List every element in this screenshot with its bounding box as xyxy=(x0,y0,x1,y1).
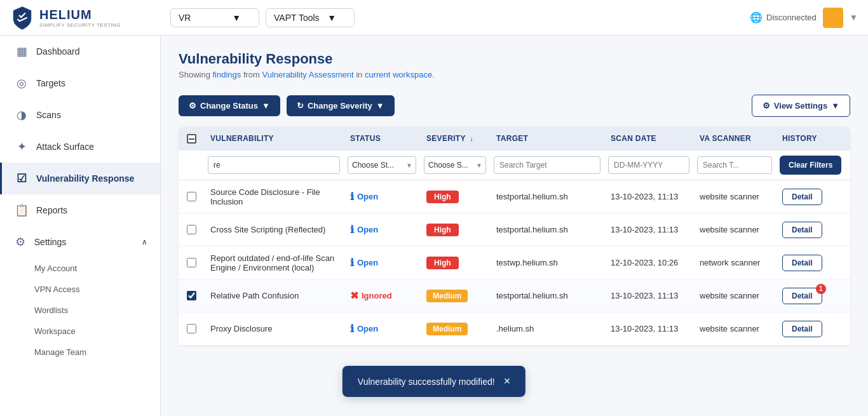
row-1-status-icon: ℹ xyxy=(350,191,354,203)
table-row: Source Code Disclosure - File Inclusion … xyxy=(179,180,850,213)
row-5-checkbox[interactable] xyxy=(187,324,196,333)
row-3-checkbox[interactable] xyxy=(187,258,196,267)
workspace-chevron-icon: ▼ xyxy=(232,13,241,23)
sidebar-item-attack-surface[interactable]: ✦ Attack Surface xyxy=(0,131,160,163)
filter-target-input[interactable] xyxy=(494,156,600,174)
row-4-history: Detail 1 xyxy=(776,281,839,311)
table-header: Vulnerability Status Severity ↓ Target S… xyxy=(179,127,850,151)
filter-scanner-input[interactable] xyxy=(697,156,772,174)
sidebar-item-attack-surface-label: Attack Surface xyxy=(36,142,94,152)
row-3-detail-button[interactable]: Detail xyxy=(782,255,822,271)
th-scan-date: Scan Date xyxy=(604,127,693,151)
sidebar-item-dashboard[interactable]: ▦ Dashboard xyxy=(0,36,160,67)
main-content: Vulnerability Response Showing findings … xyxy=(161,36,868,416)
sidebar-item-dashboard-label: Dashboard xyxy=(36,46,80,57)
sidebar-item-scans[interactable]: ◑ Scans xyxy=(0,99,160,131)
row-2-scanner: website scanner xyxy=(693,218,776,241)
severity-sort-icon: ↓ xyxy=(470,135,473,142)
row-1-severity-badge: High xyxy=(426,191,459,203)
filter-vulnerability-input[interactable] xyxy=(208,156,340,174)
row-1-detail-button[interactable]: Detail xyxy=(782,189,822,205)
view-settings-button[interactable]: ⚙ View Settings ▼ xyxy=(752,95,850,117)
vulnerability-table: Vulnerability Status Severity ↓ Target S… xyxy=(179,127,850,346)
row-4-status-icon: ✖ xyxy=(350,290,358,302)
change-severity-button[interactable]: ↻ Change Severity ▼ xyxy=(287,95,395,116)
row-4-checkbox[interactable] xyxy=(187,291,196,300)
filter-status-wrapper: Choose St... Open Ignored Fixed ▼ xyxy=(348,156,416,174)
row-5-severity: Medium xyxy=(420,316,490,342)
row-5-detail-button[interactable]: Detail xyxy=(782,321,822,337)
row-3-scan-date: 12-10-2023, 10:26 xyxy=(604,252,693,274)
sidebar-item-targets-label: Targets xyxy=(36,78,65,88)
connection-status[interactable]: 🌐 Disconnected xyxy=(750,11,817,23)
row-4-status: ✖ Ignored xyxy=(344,283,420,308)
row-5-status-badge: ℹ Open xyxy=(350,323,414,335)
sidebar-sub-my-account[interactable]: My Account xyxy=(34,258,160,279)
user-chevron-button[interactable]: ▼ xyxy=(850,13,858,22)
tools-selector[interactable]: VAPT Tools ▼ xyxy=(266,8,355,27)
filter-status-select[interactable]: Choose St... Open Ignored Fixed xyxy=(348,156,416,174)
row-4-history-count-badge: 1 xyxy=(816,284,826,294)
topbar: HELIUM SIMPLIFY SECURITY TESTING VR ▼ VA… xyxy=(0,0,868,36)
th-va-scanner: VA Scanner xyxy=(693,127,776,151)
logo-name: HELIUM xyxy=(39,8,121,22)
filter-severity-select[interactable]: Choose S... High Medium Low xyxy=(424,156,486,174)
settings-header: Settings ∧ xyxy=(34,237,147,247)
va-link[interactable]: Vulnerability Assessment xyxy=(262,70,354,79)
sidebar-sub-vpn-access[interactable]: VPN Access xyxy=(34,279,160,300)
sidebar-settings-sub: My Account VPN Access Wordlists Workspac… xyxy=(0,258,160,363)
logo-shield-icon xyxy=(10,6,34,30)
clear-filters-button[interactable]: Clear Filters xyxy=(780,156,841,175)
master-checkbox[interactable] xyxy=(187,134,196,144)
row-2-checkbox[interactable] xyxy=(187,225,196,234)
workspace-link[interactable]: current workspace xyxy=(365,70,432,79)
row-4-checkbox-cell xyxy=(179,285,204,307)
sidebar-item-vulnerability-response[interactable]: ☑ Vulnerability Response xyxy=(0,163,160,194)
filter-severity-cell: Choose S... High Medium Low ▼ xyxy=(420,156,490,174)
logo-text: HELIUM SIMPLIFY SECURITY TESTING xyxy=(39,8,121,28)
filter-status-cell: Choose St... Open Ignored Fixed ▼ xyxy=(344,156,420,174)
row-1-target: testportal.helium.sh xyxy=(490,185,604,208)
filter-date-cell xyxy=(604,156,693,174)
row-4-severity: Medium xyxy=(420,283,490,309)
sidebar-sub-manage-team[interactable]: Manage Team xyxy=(34,342,160,363)
user-button[interactable] xyxy=(823,8,843,28)
table-row: Report outdated / end-of-life Scan Engin… xyxy=(179,246,850,279)
row-2-history: Detail xyxy=(776,215,839,245)
row-3-vulnerability: Report outdated / end-of-life Scan Engin… xyxy=(204,247,344,279)
row-3-status-badge: ℹ Open xyxy=(350,257,414,269)
change-status-button[interactable]: ⚙ Change Status ▼ xyxy=(179,95,280,116)
sidebar-item-scans-label: Scans xyxy=(36,110,61,120)
row-5-scanner: website scanner xyxy=(693,318,776,340)
sidebar-sub-wordlists[interactable]: Wordlists xyxy=(34,300,160,321)
toast-message: Vulnerability successfully modified! xyxy=(358,377,495,387)
th-target: Target xyxy=(490,127,604,151)
row-2-status-icon: ℹ xyxy=(350,224,354,236)
scans-icon: ◑ xyxy=(15,108,29,122)
row-2-detail-button[interactable]: Detail xyxy=(782,222,822,238)
view-settings-gear-icon: ⚙ xyxy=(763,101,770,111)
th-vulnerability: Vulnerability xyxy=(204,127,344,151)
targets-icon: ◎ xyxy=(15,76,29,90)
row-5-status: ℹ Open xyxy=(344,316,420,341)
row-3-checkbox-cell xyxy=(179,252,204,274)
row-1-scan-date: 13-10-2023, 11:13 xyxy=(604,185,693,208)
th-severity: Severity ↓ xyxy=(420,127,490,151)
sidebar-item-reports[interactable]: 📋 Reports xyxy=(0,194,160,226)
row-2-status: ℹ Open xyxy=(344,217,420,242)
filter-scanner-cell xyxy=(693,156,776,174)
workspace-selector[interactable]: VR ▼ xyxy=(170,8,259,27)
filter-date-input[interactable] xyxy=(608,156,689,174)
sidebar-sub-workspace[interactable]: Workspace xyxy=(34,321,160,342)
toast-close-button[interactable]: × xyxy=(504,375,511,388)
findings-link[interactable]: findings xyxy=(212,70,241,79)
row-1-checkbox[interactable] xyxy=(187,192,196,201)
sidebar-item-settings[interactable]: ⚙ Settings ∧ xyxy=(0,226,160,258)
row-4-detail-button[interactable]: Detail 1 xyxy=(782,288,822,304)
row-3-status: ℹ Open xyxy=(344,250,420,275)
sidebar-item-targets[interactable]: ◎ Targets xyxy=(0,67,160,99)
row-2-scan-date: 13-10-2023, 11:13 xyxy=(604,218,693,241)
change-severity-icon: ↻ xyxy=(297,101,304,111)
filter-target-cell xyxy=(490,156,604,174)
row-4-scan-date: 13-10-2023, 11:13 xyxy=(604,285,693,307)
